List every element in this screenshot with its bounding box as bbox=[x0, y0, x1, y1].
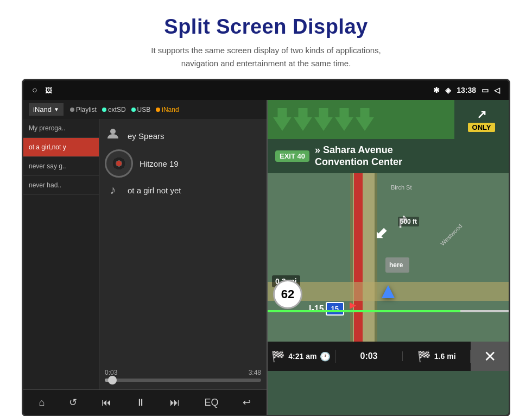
player-main: ey Spears Hitzone 19 ♪ ot a girl bbox=[99, 119, 267, 389]
playlist-item-0[interactable]: My preroga.. bbox=[23, 119, 99, 138]
svg-rect-4 bbox=[375, 173, 377, 342]
page-subtitle: It supports the same screen display of t… bbox=[0, 44, 532, 70]
track-row: ♪ ot a girl not yet bbox=[105, 183, 261, 197]
map-svg: Birch St Westwood here ⬋ ↱ bbox=[268, 173, 509, 342]
down-arrow-5 bbox=[356, 108, 374, 131]
window-icon: ▭ bbox=[482, 86, 489, 94]
nav-bottom-bar: 🏁 4:21 am 🕐 0:03 🏁 1.6 mi ✕ bbox=[268, 342, 509, 371]
person-icon bbox=[105, 128, 121, 144]
music-panel: iNand ▼ Playlist extSD USB iNand bbox=[23, 100, 268, 415]
album-row: Hitzone 19 bbox=[105, 149, 261, 178]
source-dropdown[interactable]: iNand ▼ bbox=[29, 103, 64, 116]
source-dropdown-label: iNand bbox=[33, 105, 52, 114]
source-options: Playlist extSD USB iNand bbox=[70, 106, 179, 114]
svg-point-0 bbox=[110, 129, 116, 134]
track-info: ey Spears Hitzone 19 ♪ ot a girl bbox=[105, 128, 261, 197]
exit-badge: EXIT 40 bbox=[275, 150, 309, 162]
track-name: ot a girl not yet bbox=[128, 186, 181, 195]
time-total: 3:48 bbox=[249, 369, 261, 376]
source-playlist[interactable]: Playlist bbox=[70, 106, 97, 114]
bluetooth-icon: ✱ bbox=[433, 86, 440, 94]
status-left: ○ 🖼 bbox=[32, 85, 52, 95]
svg-text:⬋: ⬋ bbox=[375, 225, 387, 242]
status-bar: ○ 🖼 ✱ ◈ 13:38 ▭ ◁ bbox=[23, 80, 509, 100]
playlist-item-2[interactable]: never say g.. bbox=[23, 157, 99, 176]
eta-time: 4:21 am bbox=[288, 352, 316, 361]
nav-top-strip: ↗ ONLY bbox=[268, 100, 509, 139]
progress-thumb[interactable] bbox=[108, 376, 117, 385]
nav-duration: 0:03 bbox=[335, 351, 403, 361]
nav-direction-arrow: ▶ bbox=[350, 300, 356, 310]
down-arrow-4 bbox=[335, 108, 353, 131]
time-current: 0:03 bbox=[105, 369, 117, 376]
source-usb[interactable]: USB bbox=[131, 106, 151, 114]
dot-usb bbox=[131, 108, 136, 112]
disc-icon bbox=[105, 149, 133, 178]
down-arrow-1 bbox=[273, 108, 292, 131]
location-icon: ◈ bbox=[445, 86, 451, 94]
album-name: Hitzone 19 bbox=[140, 159, 179, 168]
only-label: ONLY bbox=[468, 123, 496, 132]
page-header: Split Screen Display It supports the sam… bbox=[0, 0, 532, 79]
svg-text:Birch St: Birch St bbox=[391, 184, 412, 191]
nav-green-arrows bbox=[268, 100, 454, 139]
controls-bar: ⌂ ↺ ⏮ ⏸ ⏭ EQ ↩ bbox=[23, 389, 267, 415]
status-right: ✱ ◈ 13:38 ▭ ◁ bbox=[433, 86, 500, 94]
highway-shield: 15 bbox=[326, 302, 344, 316]
svg-rect-3 bbox=[350, 173, 353, 342]
source-bar: iNand ▼ Playlist extSD USB iNand bbox=[23, 100, 267, 119]
repeat-button[interactable]: ↺ bbox=[65, 394, 81, 411]
dropdown-chevron-icon: ▼ bbox=[54, 106, 59, 112]
device-frame: ○ 🖼 ✱ ◈ 13:38 ▭ ◁ iNand ▼ Playlist bbox=[22, 79, 510, 416]
down-arrow-2 bbox=[294, 108, 312, 131]
distance-feet: 500 ft bbox=[398, 217, 419, 226]
disc-center bbox=[116, 161, 122, 166]
dot-playlist bbox=[70, 108, 74, 112]
nav-progress-line bbox=[268, 310, 509, 312]
prev-button[interactable]: ⏮ bbox=[97, 395, 116, 411]
source-extsd[interactable]: extSD bbox=[102, 106, 126, 114]
next-button[interactable]: ⏭ bbox=[166, 395, 184, 411]
nav-only-box: ↗ ONLY bbox=[454, 100, 509, 139]
home-button[interactable]: ⌂ bbox=[35, 395, 49, 411]
playlist-sidebar: My preroga.. ot a girl,not y never say g… bbox=[23, 119, 99, 389]
speed-badge: 62 bbox=[273, 280, 302, 309]
back-icon: ◁ bbox=[494, 86, 500, 94]
progress-bar[interactable] bbox=[105, 379, 261, 382]
home-circle-icon: ○ bbox=[32, 85, 37, 95]
down-arrow-3 bbox=[314, 108, 333, 131]
page-title: Split Screen Display bbox=[0, 15, 532, 39]
music-body: My preroga.. ot a girl,not y never say g… bbox=[23, 119, 267, 389]
highway-badge: I-15 15 bbox=[309, 302, 344, 316]
playlist-item-1[interactable]: ot a girl,not y bbox=[23, 138, 99, 157]
image-icon: 🖼 bbox=[45, 86, 52, 94]
dot-extsd bbox=[102, 108, 106, 112]
status-time: 13:38 bbox=[457, 86, 476, 94]
back-button[interactable]: ↩ bbox=[238, 394, 255, 411]
artist-name: ey Spears bbox=[128, 131, 164, 141]
dot-inand bbox=[156, 108, 160, 112]
artist-row: ey Spears bbox=[105, 128, 261, 144]
progress-section: 0:03 3:48 bbox=[105, 364, 261, 384]
nav-close-button[interactable]: ✕ bbox=[471, 342, 509, 371]
nav-car-icon bbox=[382, 285, 395, 298]
svg-text:here: here bbox=[389, 261, 403, 269]
nav-map-area: Birch St Westwood here ⬋ ↱ 500 ft 0.2 mi… bbox=[268, 173, 509, 342]
pause-button[interactable]: ⏸ bbox=[131, 395, 150, 411]
exit-text: » Sahara AvenueConvention Center bbox=[315, 144, 402, 168]
nav-dist: 🏁 1.6 mi bbox=[403, 350, 471, 363]
nav-eta: 🏁 4:21 am 🕐 bbox=[268, 350, 335, 363]
nav-exit-banner: EXIT 40 » Sahara AvenueConvention Center bbox=[268, 139, 509, 173]
nav-panel: ↗ ONLY EXIT 40 » Sahara AvenueConvention… bbox=[268, 100, 509, 415]
checkered-flag-end-icon: 🏁 bbox=[417, 350, 431, 363]
music-note-icon: ♪ bbox=[105, 183, 121, 197]
split-container: iNand ▼ Playlist extSD USB iNand bbox=[23, 100, 509, 415]
checkered-flag-start-icon: 🏁 bbox=[271, 350, 285, 363]
playlist-item-3[interactable]: never had.. bbox=[23, 176, 99, 195]
progress-times: 0:03 3:48 bbox=[105, 369, 261, 376]
clock-icon: 🕐 bbox=[320, 351, 331, 362]
source-inand[interactable]: iNand bbox=[156, 106, 179, 114]
eq-button[interactable]: EQ bbox=[200, 395, 223, 411]
nav-distance: 1.6 mi bbox=[434, 352, 456, 361]
only-arrow-icon: ↗ bbox=[477, 108, 486, 122]
